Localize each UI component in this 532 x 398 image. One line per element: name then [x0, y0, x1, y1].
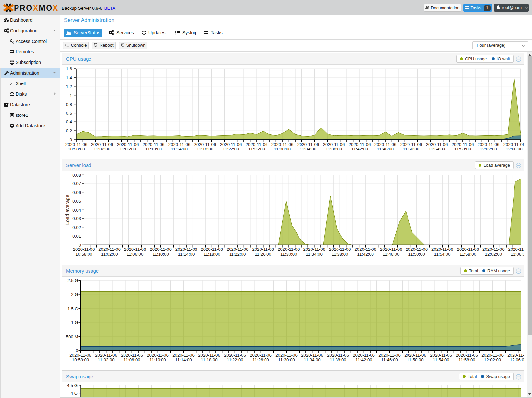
svg-text:11:02:00: 11:02:00	[98, 357, 114, 362]
svg-text:2.5 G: 2.5 G	[67, 278, 78, 283]
svg-text:11:42:00: 11:42:00	[351, 147, 368, 151]
svg-text:2020-11-06: 2020-11-06	[400, 142, 422, 147]
svg-text:11:30:00: 11:30:00	[274, 147, 291, 151]
svg-text:11:22:00: 11:22:00	[223, 147, 239, 151]
svg-text:11:06:00: 11:06:00	[120, 147, 136, 151]
svg-text:11:58:00: 11:58:00	[460, 252, 476, 257]
svg-text:0.06: 0.06	[72, 190, 81, 195]
svg-text:0.03: 0.03	[72, 216, 81, 221]
svg-text:2020-11-06: 2020-11-06	[482, 247, 504, 252]
svg-text:2020-11-06: 2020-11-06	[503, 142, 524, 147]
svg-text:11:54:00: 11:54:00	[434, 252, 450, 257]
svg-text:11:06:00: 11:06:00	[124, 357, 140, 362]
svg-text:2020-11-06: 2020-11-06	[297, 142, 319, 147]
svg-text:2020-11-06: 2020-11-06	[250, 353, 271, 358]
svg-text:Load average: Load average	[64, 195, 70, 225]
svg-text:11:18:00: 11:18:00	[197, 147, 213, 151]
svg-text:2020-11-06: 2020-11-06	[278, 247, 300, 252]
svg-text:2020-11-06: 2020-11-06	[374, 142, 396, 147]
svg-text:2020-11-06: 2020-11-06	[246, 142, 267, 147]
svg-text:2 G: 2 G	[71, 292, 78, 297]
svg-text:12:06:00: 12:06:00	[506, 147, 522, 151]
svg-text:2020-11-06: 2020-11-06	[143, 142, 164, 147]
svg-text:0.2: 0.2	[66, 128, 72, 133]
svg-text:10:58:00: 10:58:00	[75, 252, 92, 257]
svg-text:11:38:00: 11:38:00	[326, 147, 342, 151]
svg-text:1.6: 1.6	[66, 66, 72, 71]
svg-text:2020-11-06: 2020-11-06	[98, 247, 120, 252]
svg-text:1.5 G: 1.5 G	[67, 306, 78, 311]
svg-text:10:58:00: 10:58:00	[72, 357, 89, 362]
svg-text:11:30:00: 11:30:00	[280, 252, 297, 257]
svg-text:1 G: 1 G	[71, 320, 78, 325]
svg-text:2020-11-06: 2020-11-06	[198, 353, 220, 358]
svg-text:2020-11-06: 2020-11-06	[301, 353, 323, 358]
svg-text:2020-11-06: 2020-11-06	[431, 247, 453, 252]
svg-text:2020-11-06: 2020-11-06	[452, 142, 474, 147]
svg-text:2020-11-06: 2020-11-06	[426, 142, 448, 147]
svg-text:2020-11-06: 2020-11-06	[147, 353, 168, 358]
svg-text:11:22:00: 11:22:00	[227, 357, 243, 362]
svg-text:2020-11-06: 2020-11-06	[456, 353, 478, 358]
svg-text:2020-11-06: 2020-11-06	[303, 247, 325, 252]
svg-text:2020-11-06: 2020-11-06	[95, 353, 117, 358]
svg-text:0.05: 0.05	[72, 199, 81, 204]
svg-text:2020-11-06: 2020-11-06	[194, 142, 216, 147]
svg-text:11:34:00: 11:34:00	[300, 147, 316, 151]
svg-text:2020-11-06: 2020-11-06	[91, 142, 113, 147]
svg-text:2020-11-06: 2020-11-06	[172, 353, 194, 358]
svg-text:2020-11-06: 2020-11-06	[227, 247, 248, 252]
svg-text:11:26:00: 11:26:00	[248, 147, 265, 151]
svg-text:2020-11-06: 2020-11-06	[457, 247, 479, 252]
svg-text:2020-11-06: 2020-11-06	[117, 142, 139, 147]
svg-text:2020-11-06: 2020-11-06	[327, 353, 349, 358]
svg-text:11:18:00: 11:18:00	[201, 357, 217, 362]
svg-text:0.04: 0.04	[72, 208, 81, 213]
svg-text:2020-11-06: 2020-11-06	[430, 353, 452, 358]
svg-text:2020-11-06: 2020-11-06	[150, 247, 171, 252]
svg-text:11:54:00: 11:54:00	[429, 147, 445, 151]
svg-text:11:42:00: 11:42:00	[355, 357, 372, 362]
svg-text:11:38:00: 11:38:00	[332, 252, 348, 257]
svg-text:11:46:00: 11:46:00	[377, 147, 394, 151]
svg-text:2020-11-06: 2020-11-06	[508, 247, 524, 252]
svg-text:1: 1	[70, 93, 72, 98]
svg-text:2020-11-06: 2020-11-06	[175, 247, 197, 252]
svg-text:10:58:00: 10:58:00	[68, 147, 85, 151]
svg-text:12:02:00: 12:02:00	[485, 252, 502, 257]
svg-text:2020-11-06: 2020-11-06	[271, 142, 293, 147]
svg-text:2020-11-06: 2020-11-06	[124, 247, 146, 252]
svg-text:0.02: 0.02	[72, 225, 81, 230]
svg-text:12:06:00: 12:06:00	[511, 252, 524, 257]
svg-text:2020-11-06: 2020-11-06	[478, 142, 499, 147]
svg-text:11:02:00: 11:02:00	[101, 252, 118, 257]
svg-text:0.01: 0.01	[72, 234, 81, 239]
svg-text:11:26:00: 11:26:00	[255, 252, 271, 257]
svg-text:11:14:00: 11:14:00	[178, 252, 195, 257]
svg-text:11:26:00: 11:26:00	[252, 357, 269, 362]
svg-text:2020-11-06: 2020-11-06	[404, 353, 426, 358]
svg-text:12:06:00: 12:06:00	[510, 357, 524, 362]
svg-text:2020-11-06: 2020-11-06	[69, 353, 91, 358]
svg-text:11:42:00: 11:42:00	[357, 252, 374, 257]
svg-text:11:34:00: 11:34:00	[306, 252, 323, 257]
svg-text:0.4: 0.4	[66, 119, 72, 124]
svg-text:11:50:00: 11:50:00	[408, 252, 425, 257]
svg-text:2020-11-06: 2020-11-06	[73, 247, 95, 252]
svg-text:2020-11-06: 2020-11-06	[380, 247, 402, 252]
svg-text:4 G: 4 G	[71, 391, 78, 396]
svg-text:2020-11-06: 2020-11-06	[354, 247, 376, 252]
svg-text:11:46:00: 11:46:00	[381, 357, 398, 362]
svg-text:2020-11-06: 2020-11-06	[220, 142, 242, 147]
svg-text:12:02:00: 12:02:00	[484, 357, 501, 362]
svg-text:1.2: 1.2	[66, 84, 72, 89]
svg-text:2020-11-06: 2020-11-06	[65, 142, 87, 147]
svg-text:11:18:00: 11:18:00	[203, 252, 220, 257]
svg-text:2020-11-06: 2020-11-06	[224, 353, 246, 358]
svg-text:11:10:00: 11:10:00	[152, 252, 169, 257]
svg-text:11:02:00: 11:02:00	[94, 147, 110, 151]
svg-text:2020-11-06: 2020-11-06	[353, 353, 374, 358]
svg-text:11:34:00: 11:34:00	[304, 357, 320, 362]
svg-text:11:54:00: 11:54:00	[433, 357, 449, 362]
svg-text:11:14:00: 11:14:00	[171, 147, 188, 151]
